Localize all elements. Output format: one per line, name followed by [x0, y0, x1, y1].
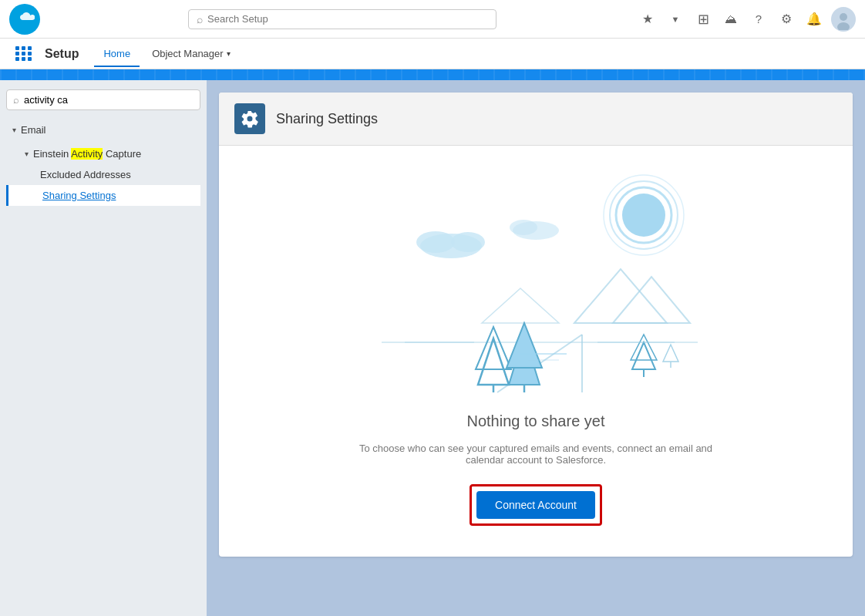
- user-avatar[interactable]: [831, 7, 856, 32]
- email-section-header[interactable]: ▾ Email: [6, 119, 200, 140]
- activity-highlight: Activity: [71, 148, 103, 160]
- svg-point-1: [840, 13, 847, 21]
- connect-button-highlight: Connect Account: [470, 484, 602, 526]
- search-icon: ⌕: [197, 13, 203, 25]
- einstein-activity-section: ▾ Einstein Activity Capture Excluded Add…: [6, 143, 200, 206]
- content-area: Sharing Settings: [207, 80, 865, 616]
- settings-icon-box: [234, 103, 265, 134]
- sidebar-item-sharing-settings[interactable]: Sharing Settings: [6, 185, 200, 206]
- svg-point-9: [416, 231, 455, 253]
- trailhead-icon[interactable]: ⛰: [720, 8, 742, 30]
- tab-home[interactable]: Home: [94, 42, 140, 67]
- einstein-activity-label: Einstein Activity Capture: [33, 148, 141, 160]
- nav-icons-group: ★ ▼ ⊞ ⛰ ? ⚙ 🔔: [637, 7, 856, 32]
- top-navigation: ⌕ ★ ▼ ⊞ ⛰ ? ⚙ 🔔: [0, 0, 865, 39]
- app-launcher-button[interactable]: [12, 43, 35, 64]
- email-label: Email: [21, 124, 46, 136]
- global-search-bar[interactable]: ⌕: [188, 9, 496, 29]
- sidebar: ⌕ ▾ Email ▾ Einstein Activity Capture Ex…: [0, 80, 207, 616]
- einstein-activity-header[interactable]: ▾ Einstein Activity Capture: [6, 143, 200, 164]
- salesforce-logo[interactable]: [9, 4, 40, 35]
- blue-banner: [0, 69, 865, 80]
- sidebar-item-excluded-addresses[interactable]: Excluded Addresses: [6, 164, 200, 185]
- setup-title: Setup: [45, 47, 79, 61]
- favorites-dropdown-icon[interactable]: ▼: [665, 8, 686, 30]
- landscape-illustration: [343, 169, 729, 400]
- email-section: ▾ Email ▾ Einstein Activity Capture Excl…: [6, 119, 200, 206]
- sub-navigation: Setup Home Object Manager ▾: [0, 39, 865, 69]
- svg-point-12: [510, 220, 537, 235]
- svg-point-4: [622, 194, 665, 237]
- connect-account-button[interactable]: Connect Account: [476, 491, 595, 519]
- einstein-chevron-icon: ▾: [25, 150, 29, 158]
- help-icon[interactable]: ?: [748, 8, 769, 30]
- setup-icon[interactable]: ⚙: [776, 8, 797, 30]
- nothing-desc: To choose who can see your captured emai…: [343, 443, 729, 466]
- page-title: Sharing Settings: [276, 111, 378, 127]
- illustration-area: Nothing to share yet To choose who can s…: [219, 146, 853, 557]
- tab-object-manager[interactable]: Object Manager ▾: [143, 42, 240, 66]
- email-chevron-icon: ▾: [12, 126, 16, 134]
- sidebar-search[interactable]: ⌕: [6, 89, 200, 110]
- settings-header: Sharing Settings: [219, 93, 853, 146]
- svg-point-10: [451, 232, 485, 252]
- settings-card: Sharing Settings: [219, 93, 853, 557]
- sidebar-search-icon: ⌕: [13, 94, 19, 106]
- nothing-title: Nothing to share yet: [467, 412, 605, 430]
- sidebar-search-input[interactable]: [24, 94, 194, 106]
- main-layout: ⌕ ▾ Email ▾ Einstein Activity Capture Ex…: [0, 80, 865, 616]
- add-icon[interactable]: ⊞: [692, 8, 714, 30]
- favorites-icon[interactable]: ★: [637, 8, 658, 30]
- bell-icon[interactable]: 🔔: [803, 8, 825, 30]
- search-input[interactable]: [207, 13, 488, 25]
